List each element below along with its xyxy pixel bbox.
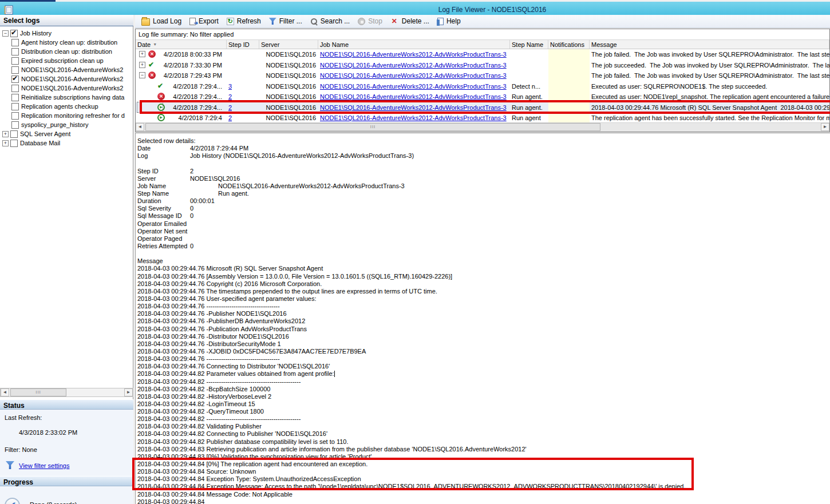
table-row[interactable]: −4/2/2018 7:29:43 PMNODE1\SQL2016NODE1\S…	[136, 70, 829, 81]
step-name-cell	[510, 49, 548, 60]
toolbar-button-label: Load Log	[153, 17, 181, 25]
tree-item[interactable]: Reinitialize subscriptions having data	[0, 93, 133, 102]
details-field: Step NameRun agent.	[137, 190, 827, 197]
column-header-notifications[interactable]: Notifications	[548, 40, 590, 49]
details-field: Step ID2	[137, 168, 827, 175]
expand-icon[interactable]: +	[139, 51, 145, 57]
job-name-link[interactable]: NODE1\SQL2016-AdventureWorks2012-AdvWork…	[320, 62, 507, 69]
tree-checkbox[interactable]	[11, 57, 19, 65]
help-icon	[437, 18, 444, 25]
scrollbar-thumb[interactable]: III	[10, 388, 66, 396]
select-logs-panel: Select logs −Job HistoryAgent history cl…	[0, 15, 133, 504]
message-line: 2018-04-03 00:29:44.76 -----------------…	[137, 303, 827, 310]
date-text: 4/2/2018 7:29:4...	[173, 83, 222, 90]
scrollbar-thumb[interactable]: III	[145, 123, 600, 131]
toolbar-button-refresh[interactable]: Refresh	[223, 16, 265, 26]
tree-item-label: NODE1\SQL2016-AdventureWorks2	[21, 76, 123, 82]
tree-horizontal-scrollbar[interactable]: ◄ III ►	[0, 388, 133, 397]
toolbar-button-delete[interactable]: Delete ...	[386, 16, 433, 26]
server-cell: NODE1\SQL2016	[259, 70, 318, 81]
tree-checkbox[interactable]	[11, 76, 19, 83]
job-name-link[interactable]: NODE1\SQL2016-AdventureWorks2012-AdvWork…	[320, 51, 507, 58]
server-cell: NODE1\SQL2016	[259, 81, 318, 92]
tree-item[interactable]: Agent history clean up: distribution	[0, 38, 133, 47]
details-field-label: Server	[137, 175, 190, 182]
details-field: Operator Emailed	[137, 220, 827, 228]
job-name-link[interactable]: NODE1\SQL2016-AdventureWorks2012-AdvWork…	[320, 93, 507, 100]
table-row[interactable]: 4/2/2018 7:29:4...3NODE1\SQL2016NODE1\SQ…	[136, 81, 829, 92]
tree-item[interactable]: NODE1\SQL2016-AdventureWorks2	[0, 65, 133, 74]
tree-checkbox[interactable]	[11, 94, 19, 101]
scroll-left-button[interactable]: ◄	[136, 123, 144, 131]
toolbar: Load LogExportRefreshFilter ...Search ..…	[135, 15, 830, 28]
details-field-value: 0	[190, 205, 193, 212]
toolbar-button-export[interactable]: Export	[185, 16, 223, 26]
message-line: 2018-04-03 00:29:44.82 -HistoryVerboseLe…	[137, 393, 827, 400]
tree-item[interactable]: −Job History	[0, 29, 133, 38]
tree-checkbox[interactable]	[11, 103, 19, 110]
step-id-link[interactable]: 2	[228, 93, 232, 100]
tree-checkbox[interactable]	[10, 140, 18, 147]
tree-item[interactable]: NODE1\SQL2016-AdventureWorks2	[0, 84, 133, 93]
message-line: 2018-04-03 00:29:44.76 -XJOBID 0xDC5FD4C…	[137, 348, 827, 355]
tree-checkbox[interactable]	[11, 39, 19, 46]
table-row[interactable]: 4/2/2018 7:29:42NODE1\SQL2016NODE1\SQL20…	[136, 113, 829, 124]
job-name-link[interactable]: NODE1\SQL2016-AdventureWorks2012-AdvWork…	[320, 114, 507, 121]
tree-item[interactable]: +Database Mail	[0, 138, 133, 148]
message-cell: The replication agent has been successfu…	[590, 113, 829, 124]
tree-item[interactable]: NODE1\SQL2016-AdventureWorks2	[0, 74, 133, 84]
column-header-step-name[interactable]: Step Name	[510, 40, 548, 49]
column-header-date[interactable]: Date▼	[136, 40, 227, 49]
message-line: 2018-04-03 00:29:44.84	[137, 498, 827, 504]
step-id-link[interactable]: 2	[228, 114, 232, 121]
tree-item[interactable]: +SQL Server Agent	[0, 129, 133, 138]
message-line: 2018-04-03 00:29:44.76 Microsoft (R) SQL…	[137, 265, 827, 272]
toolbar-button-search[interactable]: Search ...	[306, 16, 354, 26]
tree-item[interactable]: Replication agents checkup	[0, 102, 133, 111]
tree-item[interactable]: Distribution clean up: distribution	[0, 47, 133, 56]
expand-icon[interactable]: +	[2, 140, 9, 146]
toolbar-button-help[interactable]: Help	[433, 16, 465, 26]
column-header-step-id[interactable]: Step ID	[227, 40, 259, 49]
notifications-cell	[548, 70, 590, 81]
table-row[interactable]: +4/2/2018 8:00:33 PMNODE1\SQL2016NODE1\S…	[136, 49, 829, 60]
toolbar-button-load-log[interactable]: Load Log	[137, 16, 185, 27]
tree-checkbox[interactable]	[10, 30, 18, 37]
tree-checkbox[interactable]	[11, 85, 19, 92]
column-header-message[interactable]: Message	[590, 40, 829, 49]
details-field-value: 0	[190, 212, 193, 219]
message-line: 2018-04-03 00:29:44.76 [Assembly Version…	[137, 273, 827, 280]
scroll-right-button[interactable]: ►	[821, 123, 829, 131]
details-field-value: 4/2/2018 7:29:44 PM	[190, 145, 248, 152]
step-id-cell	[227, 49, 259, 60]
table-row[interactable]: +4/2/2018 7:33:30 PMNODE1\SQL2016NODE1\S…	[136, 60, 829, 71]
job-name-link[interactable]: NODE1\SQL2016-AdventureWorks2012-AdvWork…	[320, 83, 507, 90]
column-header-server[interactable]: Server	[259, 40, 318, 49]
message-line: 2018-04-03 00:29:44.76 -Distributor NODE…	[137, 333, 827, 340]
step-id-link[interactable]: 3	[228, 83, 232, 90]
message-line: 2018-04-03 00:29:44.82 Publisher databas…	[137, 438, 827, 446]
select-logs-header: Select logs	[0, 15, 133, 26]
grid-horizontal-scrollbar[interactable]: ◄ III ►	[136, 122, 829, 132]
tree-item[interactable]: syspolicy_purge_history	[0, 120, 133, 129]
tree-item[interactable]: Replication monitoring refresher for d	[0, 111, 133, 120]
tree-checkbox[interactable]	[11, 112, 19, 120]
scroll-right-button[interactable]: ►	[124, 388, 133, 396]
tree-checkbox[interactable]	[11, 121, 19, 129]
expand-icon[interactable]: +	[139, 62, 145, 68]
tree-checkbox[interactable]	[10, 130, 18, 138]
tree-checkbox[interactable]	[11, 48, 19, 55]
tree-item[interactable]: Expired subscription clean up	[0, 56, 133, 65]
collapse-icon[interactable]: −	[2, 30, 9, 37]
view-filter-settings-link[interactable]: View filter settings	[19, 462, 69, 469]
tree-checkbox[interactable]	[11, 66, 19, 74]
expand-icon[interactable]: +	[2, 131, 9, 137]
details-field-value: NODE1\SQL2016	[190, 175, 240, 182]
collapse-icon[interactable]: −	[139, 72, 145, 78]
job-name-link[interactable]: NODE1\SQL2016-AdventureWorks2012-AdvWork…	[320, 72, 507, 79]
scroll-left-button[interactable]: ◄	[1, 388, 9, 396]
toolbar-button-filter[interactable]: Filter ...	[265, 16, 306, 26]
message-line: 2018-04-03 00:29:44.82 -QueryTimeout 180…	[137, 408, 827, 415]
column-header-job-name[interactable]: Job Name	[318, 40, 510, 49]
date-text: 4/2/2018 7:29:43 PM	[164, 72, 222, 79]
